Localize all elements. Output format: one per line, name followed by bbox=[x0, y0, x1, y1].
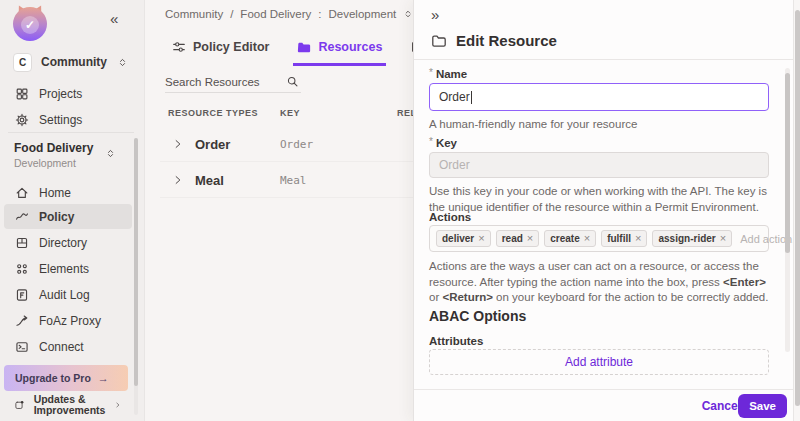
upgrade-to-pro-button[interactable]: Upgrade to Pro → bbox=[4, 365, 128, 391]
folder-icon bbox=[297, 40, 311, 54]
sidebar-divider bbox=[8, 132, 134, 133]
chevron-updown-icon bbox=[117, 57, 128, 68]
sidebar-collapse-icon[interactable]: « bbox=[110, 10, 116, 27]
save-button[interactable]: Save bbox=[738, 394, 787, 418]
drawer-divider bbox=[414, 59, 793, 60]
sidebar-item-directory[interactable]: Directory bbox=[4, 230, 132, 255]
action-tag[interactable]: read× bbox=[496, 230, 540, 247]
sidebar-item-label: Home bbox=[39, 186, 71, 200]
action-tag[interactable]: deliver× bbox=[436, 230, 491, 247]
attributes-label: Attributes bbox=[429, 335, 483, 347]
breadcrumb-separator: / bbox=[230, 8, 233, 20]
column-header-key: KEY bbox=[280, 108, 300, 118]
sidebar-item-label: Projects bbox=[39, 87, 82, 101]
required-asterisk: * bbox=[429, 136, 433, 147]
key-input-value: Order bbox=[439, 158, 470, 172]
drawer-scrollbar-thumb[interactable] bbox=[785, 73, 790, 253]
search-icon[interactable] bbox=[286, 75, 299, 88]
return-key-text: <Return> bbox=[442, 291, 493, 303]
chevron-updown-icon bbox=[105, 148, 116, 159]
chevron-updown-icon[interactable] bbox=[403, 9, 413, 19]
expand-chevron-icon[interactable] bbox=[172, 138, 184, 150]
drawer-scrollbar[interactable] bbox=[785, 68, 790, 352]
sidebar-item-foaz-proxy[interactable]: FoAz Proxy bbox=[4, 308, 132, 333]
column-header-resource-types: RESOURCE TYPES bbox=[168, 108, 258, 118]
org-avatar: C bbox=[13, 53, 32, 72]
page-scrollbar[interactable] bbox=[793, 0, 800, 421]
sidebar-scrollbar-thumb[interactable] bbox=[134, 138, 138, 386]
gear-icon bbox=[15, 113, 29, 127]
sidebar-item-label: Elements bbox=[39, 262, 89, 276]
breadcrumb-org[interactable]: Community bbox=[165, 8, 223, 20]
action-tag[interactable]: assign-rider× bbox=[652, 230, 732, 247]
sidebar-item-connect[interactable]: Connect bbox=[4, 334, 132, 359]
audit-log-icon bbox=[15, 288, 29, 302]
key-label: * Key bbox=[429, 137, 457, 149]
sidebar-item-label: Policy bbox=[39, 210, 74, 224]
sidebar-item-updates[interactable]: Updates & Improvements bbox=[4, 391, 132, 419]
remove-tag-icon[interactable]: × bbox=[527, 234, 533, 243]
project-selector[interactable]: Food Delivery Development bbox=[14, 141, 132, 169]
org-name: Community bbox=[41, 55, 107, 69]
required-asterisk: * bbox=[429, 67, 433, 78]
terminal-icon bbox=[15, 340, 29, 354]
add-action-placeholder: Add action... bbox=[740, 233, 800, 245]
remove-tag-icon[interactable]: × bbox=[720, 234, 726, 243]
remove-tag-icon[interactable]: × bbox=[584, 234, 590, 243]
key-helper-text: Use this key in your code or when workin… bbox=[429, 184, 775, 215]
sidebar-item-label: Connect bbox=[39, 340, 84, 354]
cancel-button[interactable]: Cancel bbox=[702, 399, 741, 413]
updates-icon bbox=[14, 398, 25, 412]
sidebar-item-elements[interactable]: Elements bbox=[4, 256, 132, 281]
breadcrumb-project[interactable]: Food Delivery bbox=[240, 8, 311, 20]
chevron-right-icon bbox=[114, 400, 122, 410]
resource-name: Meal bbox=[195, 173, 224, 188]
updates-label: Updates & Improvements bbox=[34, 394, 106, 416]
sidebar: ✓ « C Community Projects Settings Food D… bbox=[0, 0, 145, 421]
tab-resources[interactable]: Resources bbox=[293, 40, 386, 66]
search-resources bbox=[165, 72, 301, 93]
drawer-collapse-icon[interactable]: » bbox=[431, 6, 437, 23]
actions-input[interactable]: deliver× read× create× fulfill× assign-r… bbox=[429, 225, 769, 252]
sidebar-item-settings[interactable]: Settings bbox=[4, 107, 132, 132]
resource-name: Order bbox=[195, 137, 230, 152]
name-input[interactable]: Order bbox=[429, 83, 769, 111]
drawer-title-row: Edit Resource bbox=[431, 32, 557, 49]
logo-check-icon: ✓ bbox=[21, 16, 39, 34]
home-icon bbox=[15, 186, 29, 200]
sidebar-item-projects[interactable]: Projects bbox=[4, 81, 132, 106]
search-input[interactable] bbox=[165, 72, 277, 92]
sidebar-item-home[interactable]: Home bbox=[4, 180, 132, 205]
sidebar-item-policy[interactable]: Policy bbox=[4, 204, 132, 229]
directory-icon bbox=[15, 236, 29, 250]
org-selector[interactable]: C Community bbox=[6, 49, 136, 75]
proxy-arrow-icon bbox=[15, 314, 29, 328]
actions-helper-text: Actions are the ways a user can act on a… bbox=[429, 259, 775, 306]
enter-key-text: <Enter> bbox=[723, 276, 766, 288]
edit-resource-drawer: » Edit Resource * Name Order A human-fri… bbox=[413, 0, 793, 421]
remove-tag-icon[interactable]: × bbox=[478, 234, 484, 243]
remove-tag-icon[interactable]: × bbox=[635, 234, 641, 243]
text-cursor bbox=[471, 91, 472, 104]
action-tag[interactable]: create× bbox=[544, 230, 596, 247]
footer-divider bbox=[414, 389, 793, 390]
permit-logo: ✓ bbox=[13, 7, 47, 41]
sidebar-scrollbar[interactable] bbox=[134, 138, 138, 415]
tab-policy-editor[interactable]: Policy Editor bbox=[168, 40, 273, 63]
action-tag[interactable]: fulfill× bbox=[601, 230, 647, 247]
tab-label: Policy Editor bbox=[193, 40, 269, 54]
key-input-disabled: Order bbox=[429, 152, 769, 178]
add-attribute-button[interactable]: Add attribute bbox=[429, 349, 769, 375]
sidebar-item-audit-log[interactable]: Audit Log bbox=[4, 282, 132, 307]
breadcrumb-environment[interactable]: Development bbox=[329, 8, 397, 20]
name-label: * Name bbox=[429, 68, 467, 80]
sidebar-item-label: Audit Log bbox=[39, 288, 90, 302]
breadcrumb-colon: : bbox=[318, 8, 321, 20]
sidebar-item-label: Settings bbox=[39, 113, 82, 127]
resource-key: Meal bbox=[280, 174, 307, 187]
tab-label: Resources bbox=[318, 40, 382, 54]
arrow-right-icon: → bbox=[98, 372, 109, 384]
sidebar-item-label: Directory bbox=[39, 236, 87, 250]
page-scrollbar-thumb[interactable] bbox=[795, 10, 800, 406]
expand-chevron-icon[interactable] bbox=[172, 174, 184, 186]
